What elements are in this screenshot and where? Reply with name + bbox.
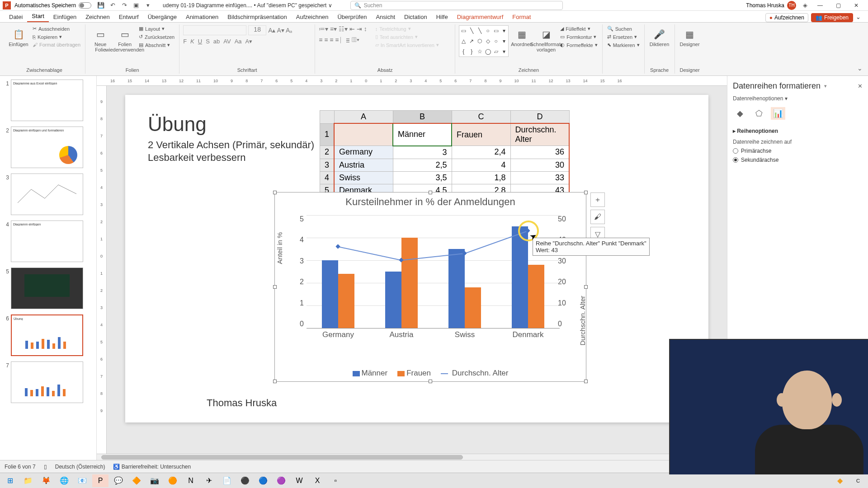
- start-button[interactable]: ⊞: [2, 474, 18, 487]
- format-painter-button[interactable]: 🖌Format übertragen: [32, 42, 81, 48]
- primary-axis-radio[interactable]: Primärachse: [733, 148, 863, 154]
- telegram-icon[interactable]: ✈: [201, 474, 217, 487]
- series-options-dropdown[interactable]: Datenreihenoptionen ▾: [733, 95, 863, 102]
- tab-slideshow[interactable]: Bildschirmpräsentation: [223, 12, 292, 22]
- shapes-gallery[interactable]: ▭╲╲○▭▾ △↗⬡◇○▾ {}☆◯▱▾: [459, 25, 509, 57]
- section-button[interactable]: ▤Abschnitt ▾: [138, 42, 175, 48]
- italic-button[interactable]: K: [190, 38, 194, 45]
- dictate-button[interactable]: 🎤Diktieren: [648, 25, 671, 49]
- word-icon[interactable]: W: [291, 474, 307, 487]
- replace-button[interactable]: ⇄Ersetzen ▾: [606, 33, 641, 40]
- author-name[interactable]: Thomas Hruska: [207, 397, 277, 409]
- chart-styles-button[interactable]: 🖌: [590, 210, 605, 224]
- chart-title[interactable]: Kursteilnehmer in % der Anmeldungen: [275, 192, 586, 211]
- designer-button[interactable]: ▦Designer: [679, 25, 701, 49]
- autosave-toggle[interactable]: [79, 2, 91, 9]
- maximize-button[interactable]: ▢: [829, 1, 847, 10]
- slide-thumb-5[interactable]: [11, 267, 83, 309]
- shape-outline-button[interactable]: ▭Formkontur ▾: [559, 33, 599, 40]
- ribbon-collapse-icon[interactable]: ⌄: [853, 12, 863, 22]
- text-direction-button[interactable]: ↕ Textrichtung ▾: [374, 25, 440, 32]
- chart-legend[interactable]: Männer Frauen Durchschn. Alter: [275, 369, 586, 378]
- layout-button[interactable]: ▦Layout ▾: [138, 25, 175, 32]
- arrange-button[interactable]: ▦Anordnen: [510, 25, 533, 49]
- tab-design[interactable]: Entwurf: [114, 12, 143, 22]
- chrome-icon[interactable]: 🌐: [56, 474, 72, 487]
- document-title[interactable]: udemy 01-19 Diagramme einfügen.... • Auf…: [163, 2, 332, 9]
- save-icon[interactable]: 💾: [96, 1, 105, 10]
- outlook-icon[interactable]: 📧: [74, 474, 90, 487]
- app-icon-7[interactable]: ▫: [327, 474, 344, 487]
- paste-button[interactable]: 📋Einfügen: [7, 25, 30, 49]
- chart-elements-button[interactable]: ＋: [590, 192, 605, 207]
- series-options-tab-icon[interactable]: 📊: [771, 107, 785, 120]
- effects-tab-icon[interactable]: ⬠: [752, 107, 766, 120]
- app-icon-4[interactable]: 📄: [219, 474, 235, 487]
- app-icon-1[interactable]: 💬: [110, 474, 127, 487]
- copy-button[interactable]: ⎘Kopieren ▾: [32, 33, 81, 40]
- app-icon-5[interactable]: 🔵: [255, 474, 271, 487]
- user-account[interactable]: Thomas Hruska TH: [746, 1, 796, 10]
- file-explorer-icon[interactable]: 📁: [20, 474, 36, 487]
- slide-thumb-3[interactable]: [11, 174, 83, 215]
- onenote-icon[interactable]: N: [183, 474, 199, 487]
- quick-styles-button[interactable]: ◪Schnellformat-vorlagen: [535, 25, 557, 54]
- slideshow-qat-icon[interactable]: ▣: [132, 1, 141, 10]
- smartart-button[interactable]: ▱ In SmartArt konvertieren ▾: [374, 42, 440, 48]
- vlc-icon[interactable]: 🔶: [128, 474, 145, 487]
- slide-counter[interactable]: Folie 6 von 7: [5, 464, 36, 470]
- slide-thumb-4[interactable]: Diagramm einfügen: [11, 221, 83, 262]
- slide-thumb-1[interactable]: Diagramme aus Excel einfügen: [11, 80, 83, 121]
- slide-canvas[interactable]: Übung 2 Vertikale Achsen (Primär, sekund…: [125, 95, 708, 422]
- select-button[interactable]: ⬉Markieren ▾: [606, 42, 641, 48]
- tab-insert[interactable]: Einfügen: [49, 12, 81, 22]
- app-icon-6[interactable]: 🟣: [273, 474, 289, 487]
- find-button[interactable]: 🔍Suchen: [606, 25, 641, 32]
- app-icon-3[interactable]: 🟠: [165, 474, 181, 487]
- align-text-button[interactable]: ▯ Text ausrichten ▾: [374, 33, 440, 40]
- record-button[interactable]: ●Aufzeichnen: [765, 13, 808, 22]
- chart-object[interactable]: Kursteilnehmer in % der Anmeldungen Ante…: [274, 192, 586, 382]
- close-icon[interactable]: ✕: [858, 83, 863, 89]
- chart-data-table[interactable]: A B C D 1 Männer Frauen Durchschn. Alter: [320, 110, 570, 197]
- undo-icon[interactable]: ↶: [108, 1, 117, 10]
- reset-button[interactable]: ↺Zurücksetzen: [138, 33, 175, 40]
- redo-icon[interactable]: ↷: [120, 1, 129, 10]
- underline-button[interactable]: U: [198, 38, 202, 45]
- tab-animations[interactable]: Animationen: [181, 12, 223, 22]
- tab-home[interactable]: Start: [27, 11, 48, 22]
- shape-fill-button[interactable]: ◢Fülleffekt ▾: [559, 25, 599, 32]
- qat-dropdown-icon[interactable]: ▾: [143, 1, 152, 10]
- search-input[interactable]: 🔍 Suchen: [350, 1, 563, 10]
- tab-chart-design[interactable]: Diagrammentwurf: [453, 12, 508, 22]
- firefox-icon[interactable]: 🦊: [38, 474, 54, 487]
- excel-icon[interactable]: X: [309, 474, 326, 487]
- horizontal-scrollbar[interactable]: [97, 454, 727, 460]
- ribbon-expand-icon[interactable]: ⌄: [855, 24, 864, 74]
- chart-plot-area[interactable]: ➤ Reihe "Durchschn. Alter" Punkt "Denmar…: [307, 215, 560, 328]
- minimize-button[interactable]: —: [811, 1, 829, 10]
- tab-dictation[interactable]: Dictation: [400, 12, 432, 22]
- shape-effects-button[interactable]: ◐Formeffekte ▾: [559, 42, 599, 48]
- close-button[interactable]: ✕: [847, 1, 865, 10]
- secondary-axis-radio[interactable]: Sekundärachse: [733, 157, 863, 163]
- pane-options-icon[interactable]: ▾: [824, 83, 827, 89]
- language-status[interactable]: Deutsch (Österreich): [55, 464, 105, 470]
- app-icon-2[interactable]: 📷: [146, 474, 163, 487]
- obs-icon[interactable]: ⚫: [237, 474, 253, 487]
- tray-icon[interactable]: ◆: [832, 474, 848, 487]
- status-icon[interactable]: ▯: [44, 464, 47, 470]
- slide-thumb-7[interactable]: [11, 361, 83, 403]
- tab-file[interactable]: Datei: [5, 12, 27, 22]
- tab-review[interactable]: Überprüfen: [333, 12, 371, 22]
- fill-line-tab-icon[interactable]: ◆: [733, 107, 747, 120]
- strike-button[interactable]: S: [206, 38, 210, 45]
- tab-view[interactable]: Ansicht: [371, 12, 400, 22]
- slide-thumb-6[interactable]: Übung: [11, 314, 83, 356]
- cut-button[interactable]: ✂Ausschneiden: [32, 25, 81, 32]
- tab-format[interactable]: Format: [508, 12, 535, 22]
- tab-draw[interactable]: Zeichnen: [81, 12, 114, 22]
- reuse-slides-button[interactable]: ▭Folien wiederverwenden: [113, 25, 136, 54]
- slide-thumb-2[interactable]: Diagramm einfügen und formatieren: [11, 127, 83, 168]
- powerpoint-taskbar-icon[interactable]: P: [92, 474, 108, 487]
